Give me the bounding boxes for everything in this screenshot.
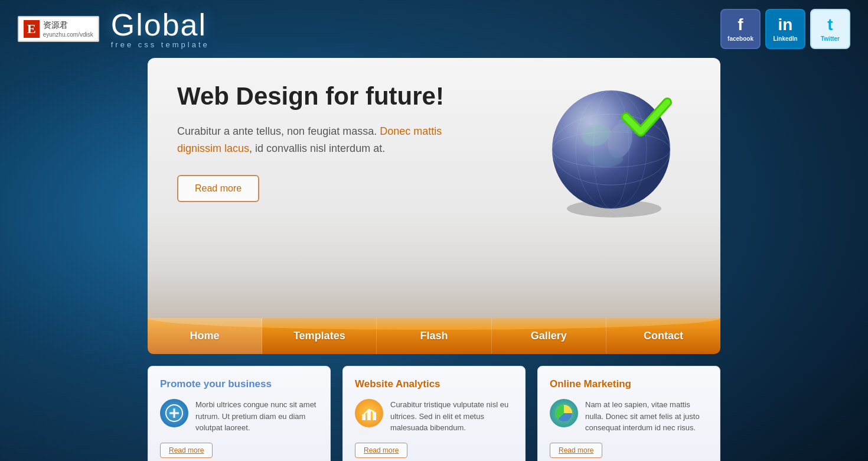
card-marketing-text: Nam at leo sapien, vitae mattis nulla. D… <box>585 399 708 434</box>
pie-chart-icon <box>553 402 575 424</box>
svg-rect-16 <box>373 412 376 420</box>
facebook-label: facebook <box>727 35 753 42</box>
twitter-icon[interactable]: t Twitter <box>810 9 850 49</box>
globe-container <box>543 82 685 226</box>
facebook-symbol: f <box>738 17 743 33</box>
brand-name: Global <box>111 9 207 40</box>
nav-item-gallery[interactable]: Gallery <box>492 318 606 354</box>
globe-icon <box>543 82 685 223</box>
e-letter-icon: E <box>24 20 40 38</box>
card-marketing-title: Online Marketing <box>550 378 708 390</box>
hero-desc-before: Curabitur a ante tellus, non feugiat mas… <box>177 125 380 137</box>
header: E 资源君 eyunzhu.com/vdisk Global free css … <box>0 0 868 58</box>
card-analytics-text: Curabitur tristique vulputate nisl eu ul… <box>390 399 513 434</box>
card-promote-text: Morbi ultrices congue nunc sit amet rutr… <box>195 399 318 434</box>
hero-read-more-button[interactable]: Read more <box>177 175 259 202</box>
card-analytics-title: Website Analytics <box>355 378 513 390</box>
twitter-label: Twitter <box>821 35 840 42</box>
brand-tagline: free css template <box>111 40 210 49</box>
card-promote: Promote your business Morbi ultrices con… <box>148 366 331 461</box>
hero-section: Web Design for future! Curabitur a ante … <box>148 58 720 318</box>
card-promote-read-more[interactable]: Read more <box>160 443 213 458</box>
linkedin-symbol: in <box>778 17 793 33</box>
hero-desc-after: , id convallis nisl interdum at. <box>249 142 385 154</box>
nav-item-contact[interactable]: Contact <box>606 318 720 354</box>
logo-chinese: 资源君 <box>43 20 93 30</box>
card-marketing-read-more[interactable]: Read more <box>550 443 602 458</box>
brand-title: Global free css template <box>111 9 210 49</box>
hero-content: Web Design for future! Curabitur a ante … <box>177 82 484 202</box>
logo-area: E 资源君 eyunzhu.com/vdisk Global free css … <box>18 9 210 49</box>
chart-icon <box>360 404 378 423</box>
card-analytics: Website Analytics Curabitur tristique vu… <box>342 366 526 461</box>
facebook-icon[interactable]: f facebook <box>720 9 761 49</box>
card-marketing-icon <box>550 399 578 427</box>
card-promote-title: Promote your business <box>160 378 318 390</box>
card-promote-icon <box>160 399 188 427</box>
twitter-symbol: t <box>827 17 833 33</box>
main-container: Web Design for future! Curabitur a ante … <box>148 58 720 461</box>
logo-url: eyunzhu.com/vdisk <box>43 31 93 38</box>
card-marketing-body: Nam at leo sapien, vitae mattis nulla. D… <box>550 399 708 434</box>
svg-rect-14 <box>362 414 366 420</box>
nav-item-flash[interactable]: Flash <box>377 318 491 354</box>
hero-description: Curabitur a ante tellus, non feugiat mas… <box>177 123 484 157</box>
card-promote-body: Morbi ultrices congue nunc sit amet rutr… <box>160 399 318 434</box>
logo-text: 资源君 eyunzhu.com/vdisk <box>43 20 93 38</box>
card-analytics-body: Curabitur tristique vulputate nisl eu ul… <box>355 399 513 434</box>
card-analytics-read-more[interactable]: Read more <box>355 443 407 458</box>
card-analytics-icon <box>355 399 383 427</box>
nav-bar: Home Templates Flash Gallery Contact <box>148 318 720 354</box>
svg-point-10 <box>552 90 670 209</box>
nav-item-home[interactable]: Home <box>148 318 262 354</box>
linkedin-icon[interactable]: in LinkedIn <box>765 9 805 49</box>
cards-section: Promote your business Morbi ultrices con… <box>148 366 720 461</box>
plus-circle-icon <box>165 404 184 423</box>
hero-title: Web Design for future! <box>177 82 484 111</box>
nav-item-templates[interactable]: Templates <box>262 318 377 354</box>
eyunzhu-logo[interactable]: E 资源君 eyunzhu.com/vdisk <box>18 16 99 41</box>
linkedin-label: LinkedIn <box>773 35 797 42</box>
social-icons-group: f facebook in LinkedIn t Twitter <box>720 9 850 49</box>
card-marketing: Online Marketing Nam at leo sapien, vita… <box>537 366 720 461</box>
